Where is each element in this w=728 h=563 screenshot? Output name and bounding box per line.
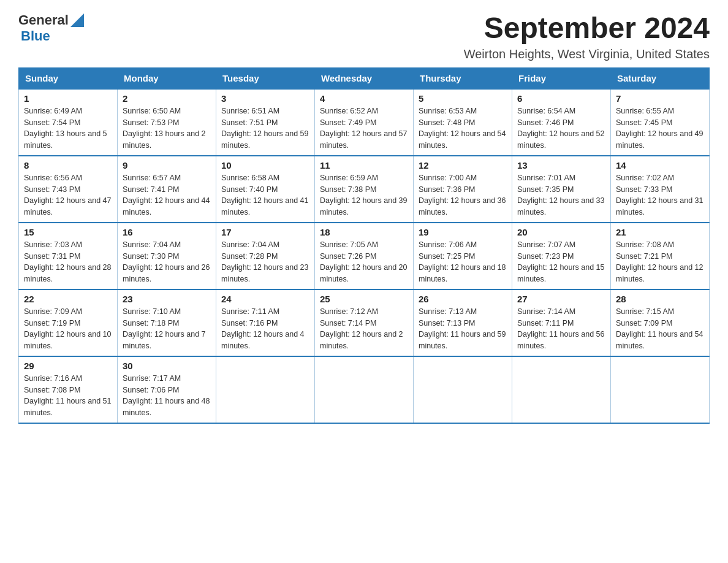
sunset-label: Sunset: 7:46 PM — [517, 118, 574, 127]
daylight-label: Daylight: 12 hours and 59 minutes. — [221, 129, 308, 150]
day-number: 20 — [517, 227, 605, 237]
sunrise-label: Sunrise: 7:11 AM — [221, 307, 279, 316]
day-number: 7 — [616, 93, 704, 104]
sunrise-label: Sunrise: 7:01 AM — [517, 174, 575, 182]
calendar-cell: 3 Sunrise: 6:51 AM Sunset: 7:51 PM Dayli… — [216, 89, 315, 156]
sunset-label: Sunset: 7:38 PM — [320, 185, 376, 194]
calendar-cell — [414, 356, 512, 423]
sunrise-label: Sunrise: 7:05 AM — [320, 240, 378, 249]
sunrise-label: Sunrise: 7:02 AM — [616, 174, 674, 182]
daylight-label: Daylight: 12 hours and 26 minutes. — [123, 263, 210, 283]
day-number: 17 — [221, 227, 309, 237]
col-tuesday: Tuesday — [216, 67, 315, 89]
calendar-cell: 13 Sunrise: 7:01 AM Sunset: 7:35 PM Dayl… — [512, 156, 611, 223]
day-info: Sunrise: 7:04 AM Sunset: 7:28 PM Dayligh… — [221, 239, 309, 285]
sunset-label: Sunset: 7:06 PM — [123, 386, 179, 394]
day-info: Sunrise: 7:10 AM Sunset: 7:18 PM Dayligh… — [123, 306, 211, 352]
sunset-label: Sunset: 7:26 PM — [320, 252, 376, 261]
day-info: Sunrise: 7:00 AM Sunset: 7:36 PM Dayligh… — [419, 172, 507, 218]
day-number: 28 — [616, 294, 704, 304]
sunset-label: Sunset: 7:33 PM — [616, 185, 672, 194]
sunrise-label: Sunrise: 6:49 AM — [24, 107, 82, 115]
sunrise-label: Sunrise: 6:55 AM — [616, 107, 674, 115]
day-number: 10 — [221, 160, 309, 170]
sunrise-label: Sunrise: 6:50 AM — [123, 107, 181, 115]
daylight-label: Daylight: 12 hours and 52 minutes. — [517, 129, 604, 150]
daylight-label: Daylight: 11 hours and 48 minutes. — [123, 397, 210, 417]
calendar-cell: 15 Sunrise: 7:03 AM Sunset: 7:31 PM Dayl… — [19, 223, 118, 289]
calendar-cell: 5 Sunrise: 6:53 AM Sunset: 7:48 PM Dayli… — [414, 89, 512, 156]
sunset-label: Sunset: 7:16 PM — [221, 319, 278, 327]
sunrise-label: Sunrise: 7:07 AM — [517, 240, 575, 249]
calendar-cell: 28 Sunrise: 7:15 AM Sunset: 7:09 PM Dayl… — [611, 289, 710, 356]
sunset-label: Sunset: 7:28 PM — [221, 252, 278, 261]
sunrise-label: Sunrise: 6:56 AM — [24, 174, 82, 182]
daylight-label: Daylight: 12 hours and 2 minutes. — [320, 330, 403, 350]
sunrise-label: Sunrise: 7:17 AM — [123, 374, 181, 383]
sunrise-label: Sunrise: 7:13 AM — [419, 307, 477, 316]
sunset-label: Sunset: 7:31 PM — [24, 252, 80, 261]
daylight-label: Daylight: 12 hours and 18 minutes. — [419, 263, 506, 283]
day-info: Sunrise: 7:09 AM Sunset: 7:19 PM Dayligh… — [24, 306, 112, 352]
sunset-label: Sunset: 7:54 PM — [24, 118, 80, 127]
calendar-cell: 1 Sunrise: 6:49 AM Sunset: 7:54 PM Dayli… — [19, 89, 118, 156]
sunrise-label: Sunrise: 6:59 AM — [320, 174, 378, 182]
sunset-label: Sunset: 7:18 PM — [123, 319, 179, 327]
week-row-2: 8 Sunrise: 6:56 AM Sunset: 7:43 PM Dayli… — [19, 156, 710, 223]
calendar-cell: 6 Sunrise: 6:54 AM Sunset: 7:46 PM Dayli… — [512, 89, 611, 156]
sunset-label: Sunset: 7:19 PM — [24, 319, 80, 327]
daylight-label: Daylight: 12 hours and 20 minutes. — [320, 263, 407, 283]
daylight-label: Daylight: 11 hours and 59 minutes. — [419, 330, 506, 350]
calendar-cell — [512, 356, 611, 423]
sunrise-label: Sunrise: 7:10 AM — [123, 307, 181, 316]
calendar-cell — [315, 356, 414, 423]
calendar-cell: 18 Sunrise: 7:05 AM Sunset: 7:26 PM Dayl… — [315, 223, 414, 289]
sunset-label: Sunset: 7:48 PM — [419, 118, 475, 127]
sunset-label: Sunset: 7:09 PM — [616, 319, 672, 327]
sunset-label: Sunset: 7:11 PM — [517, 319, 574, 327]
day-info: Sunrise: 7:15 AM Sunset: 7:09 PM Dayligh… — [616, 306, 704, 352]
sunset-label: Sunset: 7:45 PM — [616, 118, 672, 127]
col-monday: Monday — [118, 67, 216, 89]
day-number: 8 — [24, 160, 112, 170]
calendar-cell: 22 Sunrise: 7:09 AM Sunset: 7:19 PM Dayl… — [19, 289, 118, 356]
day-number: 3 — [221, 93, 309, 104]
month-title: September 2024 — [464, 12, 710, 45]
day-number: 21 — [616, 227, 704, 237]
sunset-label: Sunset: 7:53 PM — [123, 118, 179, 127]
calendar-cell: 2 Sunrise: 6:50 AM Sunset: 7:53 PM Dayli… — [118, 89, 216, 156]
sunrise-label: Sunrise: 6:51 AM — [221, 107, 279, 115]
day-info: Sunrise: 7:12 AM Sunset: 7:14 PM Dayligh… — [320, 306, 408, 352]
calendar-cell: 16 Sunrise: 7:04 AM Sunset: 7:30 PM Dayl… — [118, 223, 216, 289]
sunrise-label: Sunrise: 7:16 AM — [24, 374, 82, 383]
day-info: Sunrise: 7:02 AM Sunset: 7:33 PM Dayligh… — [616, 172, 704, 218]
sunrise-label: Sunrise: 7:12 AM — [320, 307, 378, 316]
col-sunday: Sunday — [19, 67, 118, 89]
daylight-label: Daylight: 13 hours and 2 minutes. — [123, 129, 206, 150]
calendar-cell: 23 Sunrise: 7:10 AM Sunset: 7:18 PM Dayl… — [118, 289, 216, 356]
day-info: Sunrise: 6:54 AM Sunset: 7:46 PM Dayligh… — [517, 105, 605, 151]
daylight-label: Daylight: 12 hours and 54 minutes. — [419, 129, 506, 150]
day-number: 25 — [320, 294, 408, 304]
day-info: Sunrise: 7:17 AM Sunset: 7:06 PM Dayligh… — [123, 373, 211, 419]
daylight-label: Daylight: 12 hours and 31 minutes. — [616, 196, 703, 216]
daylight-label: Daylight: 12 hours and 28 minutes. — [24, 263, 111, 283]
sunrise-label: Sunrise: 6:52 AM — [320, 107, 378, 115]
calendar-cell — [611, 356, 710, 423]
day-info: Sunrise: 7:07 AM Sunset: 7:23 PM Dayligh… — [517, 239, 605, 285]
calendar-cell: 17 Sunrise: 7:04 AM Sunset: 7:28 PM Dayl… — [216, 223, 315, 289]
calendar-cell: 10 Sunrise: 6:58 AM Sunset: 7:40 PM Dayl… — [216, 156, 315, 223]
sunrise-label: Sunrise: 6:54 AM — [517, 107, 575, 115]
sunset-label: Sunset: 7:14 PM — [320, 319, 376, 327]
calendar-cell: 7 Sunrise: 6:55 AM Sunset: 7:45 PM Dayli… — [611, 89, 710, 156]
sunset-label: Sunset: 7:35 PM — [517, 185, 574, 194]
sunrise-label: Sunrise: 7:15 AM — [616, 307, 674, 316]
day-number: 24 — [221, 294, 309, 304]
day-number: 5 — [419, 93, 507, 104]
calendar-cell: 4 Sunrise: 6:52 AM Sunset: 7:49 PM Dayli… — [315, 89, 414, 156]
day-number: 15 — [24, 227, 112, 237]
day-number: 14 — [616, 160, 704, 170]
week-row-4: 22 Sunrise: 7:09 AM Sunset: 7:19 PM Dayl… — [19, 289, 710, 356]
logo-general-text: General — [18, 12, 69, 28]
day-info: Sunrise: 7:05 AM Sunset: 7:26 PM Dayligh… — [320, 239, 408, 285]
